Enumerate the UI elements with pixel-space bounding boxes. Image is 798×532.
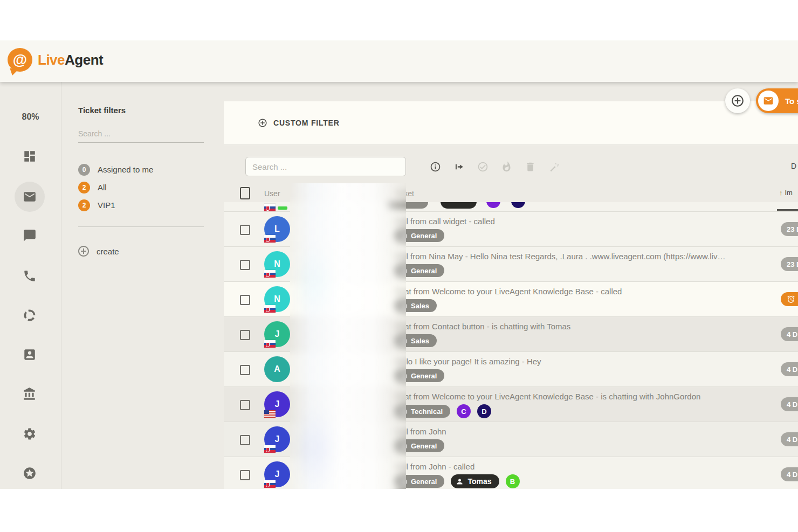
ticket-row[interactable]: L Call from call widget - called General… [224, 211, 798, 246]
ticket-filters-panel: Ticket filters 0 Assigned to me 2 All 2 … [61, 82, 224, 489]
folder-icon [400, 337, 407, 344]
ticket-summary: Call from call widget - called General [394, 217, 728, 242]
ticket-tags: General [394, 369, 728, 382]
department-tag-general[interactable]: General [394, 439, 444, 452]
age-badge: 4 D [781, 362, 798, 376]
select-all-checkbox[interactable] [240, 187, 250, 199]
add-new-button[interactable] [725, 88, 750, 113]
ticket-row[interactable]: N Call from Nina May - Hello Nina test R… [224, 246, 798, 281]
status-sliver [278, 206, 287, 210]
avatar-letter: L [274, 224, 280, 234]
avatar-letter: N [274, 259, 280, 269]
age-badge: 4 D [781, 432, 798, 446]
sidebar-item-contacts[interactable] [21, 346, 38, 363]
plus-circle-icon [77, 245, 90, 258]
folder-icon [400, 267, 407, 274]
user-avatar: J [264, 461, 290, 487]
ticket-search-input[interactable] [245, 157, 406, 176]
row-checkbox[interactable] [240, 295, 250, 305]
row-checkbox[interactable] [240, 330, 250, 340]
ticket-tags: Sales [394, 299, 728, 312]
department-tag-general[interactable]: General [394, 264, 444, 277]
avatar-letter: N [274, 294, 280, 304]
zoom-level: 80% [0, 112, 61, 122]
filter-item-all[interactable]: 2 All [78, 178, 213, 196]
contact-card-icon [23, 348, 37, 362]
row-checkbox[interactable] [240, 225, 250, 235]
ticket-row[interactable]: J Chat from Contact button - is chatting… [224, 316, 798, 351]
custom-filter-button[interactable]: CUSTOM FILTER [258, 118, 340, 128]
ticket-row[interactable]: A Hello I like your page! It is amazing … [224, 351, 798, 386]
flame-icon [501, 161, 512, 172]
department-tag-technical[interactable]: Technical [394, 405, 450, 418]
ticket-row[interactable]: J Call from John - called General Tomas … [224, 457, 798, 489]
to-solve-label: To s [785, 96, 798, 106]
ticket-summary: Chat from Contact button - is chatting w… [394, 322, 728, 347]
chat-icon [23, 229, 37, 243]
flag-sk-icon [264, 340, 276, 348]
ticket-row[interactable]: N Chat from Welcome to your LiveAgent Kn… [224, 281, 798, 316]
department-tag-general[interactable]: General [394, 229, 444, 242]
department-tag-sales[interactable]: Sales [394, 334, 437, 347]
plus-circle-icon [731, 94, 745, 108]
main-area: 80% Ticket filters 0 Assigned to me 2 Al… [0, 82, 798, 489]
age-badge: 23 D [781, 222, 798, 236]
folder-icon [400, 408, 407, 415]
donut-icon [23, 308, 37, 322]
agent-badge-d[interactable]: D [477, 404, 491, 418]
info-icon [430, 161, 441, 172]
row-checkbox[interactable] [240, 365, 250, 375]
ticket-filters-search-input[interactable] [78, 127, 204, 143]
ticket-column-header: Ticket [394, 189, 414, 198]
ticket-row[interactable]: J Call from John General 4 D [224, 422, 798, 457]
importance-sort-header[interactable]: ↑ Im [779, 189, 793, 197]
toolbar-info-icon[interactable] [429, 161, 441, 172]
toolbar-forward-arrow-icon[interactable] [453, 161, 465, 172]
toolbar-magic-wand-icon[interactable] [548, 161, 560, 172]
custom-filter-label: CUSTOM FILTER [273, 119, 340, 127]
person-icon [456, 478, 464, 486]
filter-item-label: VIP1 [98, 201, 115, 210]
logo-speech-bubble-icon: @ [8, 48, 32, 72]
filter-item-label: All [98, 183, 107, 192]
toolbar-check-circle-icon[interactable] [477, 161, 489, 172]
sidebar-item-social[interactable] [21, 307, 38, 324]
sidebar-item-dashboard[interactable] [21, 148, 38, 165]
ticket-summary: Call from Nina May - Hello Nina test Reg… [394, 252, 728, 277]
sidebar-item-settings[interactable] [21, 425, 38, 443]
agent-badge-b[interactable]: B [506, 474, 520, 488]
phone-icon [23, 269, 37, 283]
sidebar-item-tickets[interactable] [21, 188, 38, 205]
sidebar-item-calls[interactable] [21, 267, 38, 285]
ticket-row[interactable]: J Chat from Welcome to your LiveAgent Kn… [224, 386, 798, 422]
sidebar-item-favorites[interactable] [21, 465, 38, 482]
agent-badge-c[interactable]: C [457, 404, 471, 418]
ticket-filters-title: Ticket filters [78, 106, 126, 115]
flag-sk-icon [264, 480, 276, 488]
ticket-tags: General [394, 264, 728, 277]
liveagent-app: @ LiveAgent To s 80% Ticket filters 0 As… [0, 40, 798, 489]
department-tag-sales[interactable]: Sales [394, 299, 437, 312]
to-solve-button[interactable]: To s [756, 88, 798, 113]
user-avatar: J [264, 391, 290, 417]
ticket-tags: General [394, 229, 728, 242]
filter-item-assigned-to-me[interactable]: 0 Assigned to me [78, 161, 213, 178]
toolbar-trash-icon[interactable] [524, 161, 536, 172]
assignee-pill[interactable]: Tomas [451, 474, 499, 488]
row-checkbox[interactable] [240, 260, 250, 270]
bank-icon [23, 387, 37, 401]
department-tag-general[interactable]: General [394, 475, 444, 488]
age-badge: 4 D [781, 467, 798, 481]
sidebar-item-chats[interactable] [21, 227, 38, 244]
create-filter-button[interactable]: create [77, 245, 119, 258]
filter-item-vip1[interactable]: 2 VIP1 [78, 196, 213, 214]
forward-arrow-icon [453, 161, 465, 172]
sidebar-item-academy[interactable] [21, 385, 38, 403]
toolbar-flame-icon[interactable] [500, 161, 512, 172]
department-tag-general[interactable]: General [394, 369, 444, 382]
row-checkbox[interactable] [240, 470, 250, 480]
app-header: @ LiveAgent To s [0, 40, 798, 82]
row-checkbox[interactable] [240, 400, 250, 410]
row-checkbox[interactable] [240, 435, 250, 445]
plus-circle-icon [258, 118, 267, 128]
